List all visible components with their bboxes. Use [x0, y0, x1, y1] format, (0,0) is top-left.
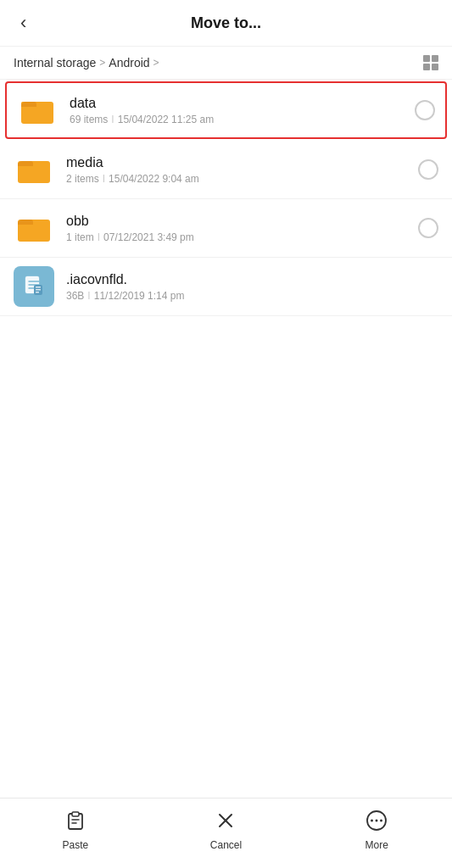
svg-rect-8: [36, 289, 41, 291]
file-meta: 69 itemsI15/04/2022 11:25 am: [70, 114, 415, 125]
folder-icon: [17, 90, 58, 131]
file-name: obb: [66, 214, 418, 229]
list-item[interactable]: data 69 itemsI15/04/2022 11:25 am: [5, 81, 447, 139]
paste-icon: [64, 809, 87, 836]
radio-button[interactable]: [415, 100, 435, 120]
cancel-button[interactable]: Cancel: [200, 809, 251, 851]
svg-rect-11: [72, 812, 79, 816]
more-button[interactable]: More: [351, 809, 402, 851]
paste-button[interactable]: Paste: [50, 809, 101, 851]
breadcrumb-sep-1: >: [99, 57, 105, 69]
radio-button[interactable]: [418, 159, 438, 180]
paste-label: Paste: [62, 839, 88, 851]
file-meta: 36BI11/12/2019 1:14 pm: [66, 290, 438, 302]
svg-rect-9: [36, 292, 39, 293]
page-title: Move to...: [191, 14, 261, 32]
back-button[interactable]: ‹: [14, 10, 33, 36]
grid-view-button[interactable]: [423, 55, 438, 70]
file-name: data: [70, 96, 415, 111]
file-info: media 2 itemsI15/04/2022 9:04 am: [66, 155, 418, 185]
folder-icon: [14, 208, 54, 248]
svg-point-16: [376, 820, 378, 822]
file-meta: 1 itemI07/12/2021 3:49 pm: [66, 231, 418, 243]
svg-point-17: [380, 820, 382, 822]
svg-rect-7: [36, 287, 41, 288]
more-label: More: [365, 839, 388, 851]
file-info: .iacovnfld. 36BI11/12/2019 1:14 pm: [66, 272, 438, 302]
file-name: .iacovnfld.: [66, 272, 438, 287]
list-item[interactable]: media 2 itemsI15/04/2022 9:04 am: [0, 141, 452, 199]
list-item[interactable]: .iacovnfld. 36BI11/12/2019 1:14 pm: [0, 258, 452, 316]
breadcrumb: Internal storage > Android >: [14, 56, 159, 70]
svg-point-15: [371, 820, 373, 822]
radio-button[interactable]: [418, 218, 438, 238]
folder-icon: [14, 149, 54, 190]
bottom-toolbar: Paste Cancel More: [0, 798, 452, 868]
breadcrumb-android[interactable]: Android: [109, 56, 149, 70]
header: ‹ Move to...: [0, 0, 452, 47]
breadcrumb-bar: Internal storage > Android >: [0, 47, 452, 80]
file-info: obb 1 itemI07/12/2021 3:49 pm: [66, 214, 418, 243]
file-name: media: [66, 155, 418, 170]
breadcrumb-sep-2: >: [153, 57, 159, 69]
list-item[interactable]: obb 1 itemI07/12/2021 3:49 pm: [0, 199, 452, 258]
more-icon: [365, 809, 388, 836]
cancel-icon: [214, 809, 237, 836]
file-icon: [14, 266, 54, 307]
file-list: data 69 itemsI15/04/2022 11:25 am media …: [0, 80, 452, 798]
breadcrumb-internal-storage[interactable]: Internal storage: [14, 56, 96, 70]
file-info: data 69 itemsI15/04/2022 11:25 am: [70, 96, 415, 125]
file-meta: 2 itemsI15/04/2022 9:04 am: [66, 173, 418, 185]
cancel-label: Cancel: [210, 839, 242, 851]
